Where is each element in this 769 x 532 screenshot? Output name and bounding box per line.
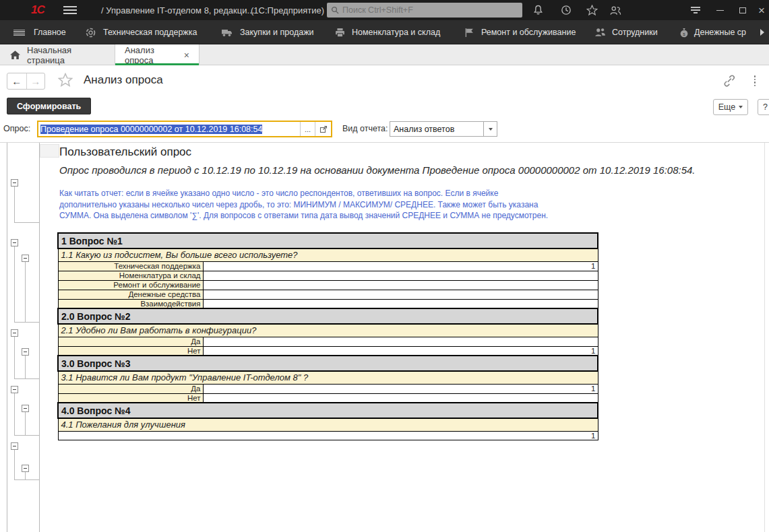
question-text[interactable]: 1.1 Какую из подсистем, Вы больше всего … <box>58 248 598 261</box>
menu-item-money[interactable]: Денежные ср <box>694 28 746 37</box>
survey-open-icon[interactable] <box>315 122 331 136</box>
answer-value[interactable] <box>203 280 598 290</box>
answer-label[interactable]: Нет <box>58 346 203 356</box>
maximize-icon[interactable] <box>736 3 749 17</box>
connection-icon[interactable] <box>689 3 702 17</box>
collapse-group-question2-1[interactable] <box>22 348 29 356</box>
minimize-icon[interactable] <box>713 3 727 17</box>
window-title: / Управление IT-отделом 8, редакци... <box>101 5 254 15</box>
more-button[interactable]: Еще <box>713 99 748 115</box>
tab-survey-analysis[interactable]: Анализ опроса × <box>115 44 199 65</box>
collapse-group-question4[interactable] <box>11 442 18 450</box>
history-icon[interactable] <box>559 3 573 17</box>
section-header[interactable]: 1 Вопрос №1 <box>58 233 598 248</box>
people-icon <box>594 27 606 38</box>
application-window: 1С / Управление IT-отделом 8, редакци...… <box>0 0 769 532</box>
answer-value[interactable]: 1 <box>203 346 598 356</box>
section-header[interactable]: 2.0 Вопрос №2 <box>58 308 598 324</box>
collapse-group-question3[interactable] <box>11 386 18 393</box>
back-button[interactable]: ← <box>7 73 26 89</box>
collapse-group-report[interactable] <box>11 179 18 187</box>
collapse-group-question2[interactable] <box>11 329 18 337</box>
generate-report-button[interactable]: Сформировать <box>7 98 91 114</box>
answer-label[interactable]: Да <box>58 337 203 346</box>
report-type-label: Вид отчета: <box>342 124 388 133</box>
get-link-icon[interactable] <box>722 75 736 87</box>
answer-value[interactable]: 1 <box>203 384 598 393</box>
answer-value[interactable] <box>203 290 598 299</box>
home-icon[interactable] <box>9 50 21 60</box>
answer-label[interactable]: Ремонт и обслуживание <box>58 280 203 290</box>
global-search-input[interactable]: Поиск Ctrl+Shift+F <box>327 3 522 18</box>
report-type-select[interactable]: Анализ ответов <box>390 121 497 137</box>
question-text[interactable]: 2.1 Удобно ли Вам работать в конфигураци… <box>58 324 598 337</box>
section-header[interactable]: 3.0 Вопрос №3 <box>58 356 598 371</box>
answer-value[interactable] <box>203 299 598 308</box>
survey-choose-button[interactable]: ... <box>300 122 315 136</box>
answer-label[interactable]: Да <box>58 384 203 393</box>
table-row: Денежные средства <box>58 290 598 299</box>
answer-label[interactable]: Нет <box>58 393 203 403</box>
tab-close-icon[interactable]: × <box>184 51 189 60</box>
tab-label: Начальная страница <box>27 45 105 65</box>
collapse-group-question3-1[interactable] <box>22 405 29 412</box>
answer-value[interactable]: 1 <box>58 431 598 440</box>
printer-icon <box>334 27 346 38</box>
moneybag-icon: s <box>678 27 689 38</box>
close-icon[interactable]: × <box>755 3 768 17</box>
menu-item-repair-service[interactable]: Ремонт и обслуживание <box>481 28 576 37</box>
menu-overflow-arrow-icon[interactable] <box>760 29 764 36</box>
svg-text:s: s <box>683 31 685 36</box>
app-name: (1С:Предприятие) <box>251 5 324 15</box>
answer-value[interactable]: 1 <box>203 261 598 271</box>
title-bar: 1С / Управление IT-отделом 8, редакци...… <box>0 0 769 20</box>
answer-value[interactable] <box>203 337 598 346</box>
active-tab-indicator <box>115 63 199 65</box>
menu-item-glavnoe[interactable]: Главное <box>34 28 66 37</box>
table-row: Номенклатура и склад <box>58 271 598 280</box>
group-connector <box>14 187 15 222</box>
question-text[interactable]: 4.1 Пожелания для улучшения <box>58 418 598 431</box>
favorite-star-icon[interactable] <box>58 73 73 87</box>
answer-label[interactable]: Техническая поддержка <box>58 261 203 271</box>
menu-item-purchases-sales[interactable]: Закупки и продажи <box>240 28 314 37</box>
hamburger-menu-icon[interactable] <box>63 6 77 14</box>
question-text[interactable]: 3.1 Нравится ли Вам продукт "Управление … <box>58 371 598 384</box>
answer-label[interactable]: Номенклатура и склад <box>58 271 203 280</box>
collapse-group-question4-1[interactable] <box>22 465 29 472</box>
grouping-gutter-line <box>39 143 40 532</box>
menu-item-tech-support[interactable]: Техническая поддержка <box>103 28 197 37</box>
users-icon[interactable] <box>609 3 622 17</box>
table-row: Нет <box>58 393 598 403</box>
main-sections-icon[interactable] <box>13 27 25 38</box>
answer-label[interactable]: Денежные средства <box>58 290 203 299</box>
group-connector <box>25 472 26 479</box>
menu-item-nomenclature-warehouse[interactable]: Номенклатура и склад <box>352 28 440 37</box>
forward-button[interactable]: → <box>26 73 45 89</box>
howto-line: дополнительно указаны несколько чисел че… <box>59 199 619 211</box>
survey-input-text[interactable]: Проведение опроса 00000000002 от 10.12.2… <box>38 122 300 136</box>
report-type-dropdown-button[interactable] <box>483 122 497 136</box>
survey-input[interactable]: Проведение опроса 00000000002 от 10.12.2… <box>37 121 332 137</box>
more-button-label: Еще <box>718 102 735 112</box>
page-title: Анализ опроса <box>84 73 163 87</box>
collapse-group-question1[interactable] <box>11 239 18 246</box>
section-header[interactable]: 4.0 Вопрос №4 <box>58 403 598 418</box>
group-connector <box>14 378 39 379</box>
collapse-group-question1-1[interactable] <box>22 255 29 262</box>
group-connector <box>14 435 39 436</box>
answer-value[interactable] <box>203 271 598 280</box>
menu-item-employees[interactable]: Сотрудники <box>612 28 658 37</box>
howto-line: СУММА. Она выделена символом '∑'. Для во… <box>59 210 619 222</box>
sections-menu-bar: Главное Техническая поддержка Закупки и … <box>0 20 769 44</box>
table-row: Техническая поддержка 1 <box>58 261 598 271</box>
answer-label[interactable]: Взаимодействия <box>58 299 203 308</box>
help-button[interactable]: ? <box>758 99 769 115</box>
favorites-star-icon[interactable] <box>585 3 598 17</box>
answer-value[interactable] <box>203 393 598 403</box>
bell-icon[interactable] <box>531 3 545 17</box>
more-commands-icon[interactable] <box>749 74 760 88</box>
report-corner-cell <box>40 144 59 158</box>
report-howto-note: Как читать отчет: если в ячейке указано … <box>59 188 619 222</box>
tab-home-page[interactable]: Начальная страница <box>0 44 115 65</box>
